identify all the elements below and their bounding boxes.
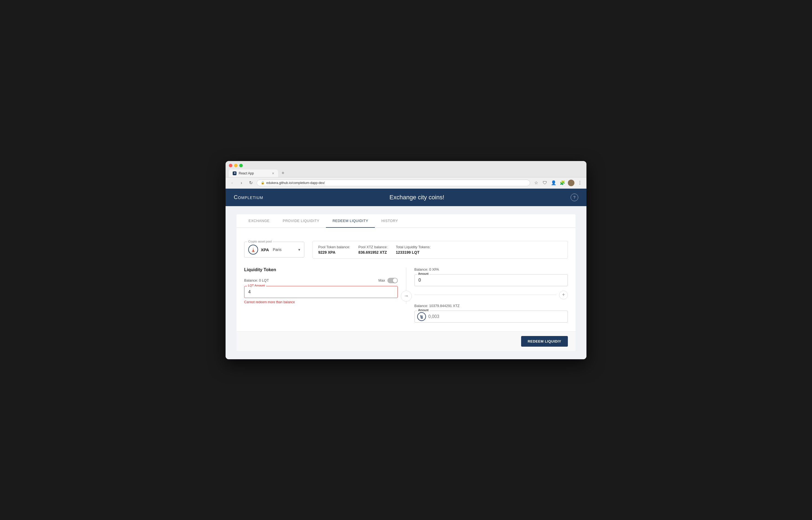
tab-history[interactable]: HISTORY	[375, 214, 404, 228]
plus-line-left	[415, 295, 557, 295]
plus-circle-icon: +	[559, 291, 568, 300]
new-tab-button[interactable]: +	[279, 170, 287, 177]
max-label: Max	[378, 278, 385, 282]
tab-bar: ⚛ React App × +	[229, 170, 583, 177]
app-header: Completium Exchange city coins! ?	[226, 189, 586, 206]
svg-text:ꜩ: ꜩ	[420, 314, 423, 319]
lqt-amount-input[interactable]	[244, 286, 398, 298]
pool-xtz-value: 836.691952 XTZ	[359, 250, 388, 255]
xtz-amount-input[interactable]	[415, 311, 568, 322]
app-container: Completium Exchange city coins! ? EXCHAN…	[226, 189, 586, 359]
address-bar[interactable]: 🔒 edukera.github.io/completium-dapp-dex/	[257, 180, 530, 186]
lock-icon: 🔒	[261, 181, 265, 185]
max-toggle-switch[interactable]	[387, 278, 398, 283]
plus-connector: +	[415, 291, 568, 300]
forward-button[interactable]: ›	[238, 180, 245, 186]
nav-tabs: EXCHANGE PROVIDE LIQUIDITY REDEEM LIQUID…	[236, 214, 576, 228]
xtz-input-wrapper: Amount ꜩ	[415, 311, 568, 322]
tab-redeem-liquidity[interactable]: REDEEM LIQUIDITY	[326, 214, 375, 228]
lqt-balance-label: Balance: 0 LQT	[244, 278, 269, 282]
pool-liquidity-label: Total Liquidity Tokens:	[396, 245, 430, 249]
tab-close-icon[interactable]: ×	[272, 171, 274, 176]
avatar[interactable]	[568, 180, 574, 186]
right-panel: Balance: 0 XPA Amount +	[406, 267, 568, 325]
shield-icon[interactable]: 🛡	[542, 180, 548, 186]
tab-title: React App	[239, 172, 254, 175]
pool-token-value: 9229 XPA	[318, 250, 350, 255]
pool-xtz-label: Pool XTZ balance:	[359, 245, 388, 249]
pool-selector-label: Crypto asset pool	[247, 240, 273, 243]
pool-token-stat: Pool Token balance: 9229 XPA	[318, 245, 350, 255]
lqt-input-label: LQT Amount	[247, 284, 266, 287]
browser-window: ⚛ React App × + ‹ › ↻ 🔒 edukera.github.i…	[226, 161, 586, 359]
browser-tab[interactable]: ⚛ React App ×	[229, 170, 278, 177]
close-button[interactable]	[229, 164, 232, 167]
xpa-section: Balance: 0 XPA Amount	[415, 267, 568, 286]
tezos-icon: ꜩ	[417, 312, 426, 321]
pool-xtz-stat: Pool XTZ balance: 836.691952 XTZ	[359, 245, 388, 255]
main-card: EXCHANGE PROVIDE LIQUIDITY REDEEM LIQUID…	[236, 214, 576, 351]
card-body: Crypto asset pool 🗼 XPA Paris ▾ Pool Tok…	[236, 234, 576, 331]
xtz-balance-row: Balance: 10379.844291 XTZ	[415, 304, 568, 308]
pool-selector-row: Crypto asset pool 🗼 XPA Paris ▾ Pool Tok…	[244, 241, 568, 259]
xpa-amount-label: Amount	[417, 272, 430, 275]
app-title: Exchange city coins!	[263, 194, 571, 201]
maximize-button[interactable]	[239, 164, 243, 167]
traffic-lights	[229, 164, 583, 167]
arrow-connector: →	[401, 291, 412, 302]
xtz-amount-label: Amount	[417, 308, 430, 312]
app-logo: Completium	[234, 194, 263, 200]
menu-icon[interactable]: ⋮	[577, 180, 583, 186]
tab-provide-liquidity[interactable]: PROVIDE LIQUIDITY	[276, 214, 326, 228]
max-toggle: Max	[378, 278, 398, 283]
toggle-knob	[393, 278, 397, 283]
back-button[interactable]: ‹	[229, 180, 235, 186]
extensions-icon[interactable]: 🧩	[559, 180, 566, 186]
pool-token-label: Pool Token balance:	[318, 245, 350, 249]
help-icon[interactable]: ?	[571, 193, 578, 201]
left-panel: Liquidity Token Balance: 0 LQT Max	[244, 267, 406, 304]
url-text: edukera.github.io/completium-dapp-dex/	[266, 181, 325, 185]
pool-selector[interactable]: Crypto asset pool 🗼 XPA Paris ▾	[244, 242, 304, 258]
dropdown-arrow-icon: ▾	[298, 248, 300, 252]
tab-exchange[interactable]: EXCHANGE	[242, 214, 276, 228]
xtz-balance-label: Balance: 10379.844291 XTZ	[415, 304, 460, 308]
browser-toolbar: ‹ › ↻ 🔒 edukera.github.io/completium-dap…	[226, 177, 586, 189]
xpa-balance-label: Balance: 0 XPA	[415, 267, 439, 271]
redeem-liquidity-button[interactable]: REDEEM LIQUIDIY	[521, 336, 568, 347]
main-content: EXCHANGE PROVIDE LIQUIDITY REDEEM LIQUID…	[226, 206, 586, 359]
xtz-section: Balance: 10379.844291 XTZ Amount ꜩ	[415, 304, 568, 322]
card-footer: REDEEM LIQUIDIY	[236, 331, 576, 351]
section-title: Liquidity Token	[244, 267, 398, 272]
lqt-input-wrapper: LQT Amount	[244, 286, 398, 298]
refresh-button[interactable]: ↻	[247, 180, 254, 186]
pool-liquidity-value: 1233199 LQT	[396, 250, 430, 255]
browser-chrome: ⚛ React App × +	[226, 161, 586, 177]
tab-favicon-icon: ⚛	[233, 172, 236, 175]
lqt-balance-row: Balance: 0 LQT Max	[244, 278, 398, 283]
error-message: Cannot redeem more than balance	[244, 300, 398, 304]
xpa-input-wrapper: Amount	[415, 274, 568, 286]
pool-liquidity-stat: Total Liquidity Tokens: 1233199 LQT	[396, 245, 430, 255]
bookmark-icon[interactable]: ☆	[533, 180, 540, 186]
coin-icon: 🗼	[248, 245, 258, 255]
toolbar-actions: ☆ 🛡 👤 🧩 ⋮	[533, 180, 583, 186]
profile-icon[interactable]: 👤	[550, 180, 557, 186]
minimize-button[interactable]	[234, 164, 238, 167]
coin-name: Paris	[273, 248, 282, 252]
xpa-amount-input[interactable]	[415, 274, 568, 286]
pool-select-content: 🗼 XPA Paris ▾	[248, 245, 300, 255]
pool-stats: Pool Token balance: 9229 XPA Pool XTZ ba…	[313, 241, 568, 259]
coin-symbol: XPA	[261, 248, 269, 252]
redeem-form: Liquidity Token Balance: 0 LQT Max	[244, 267, 568, 325]
xpa-balance-row: Balance: 0 XPA	[415, 267, 568, 271]
